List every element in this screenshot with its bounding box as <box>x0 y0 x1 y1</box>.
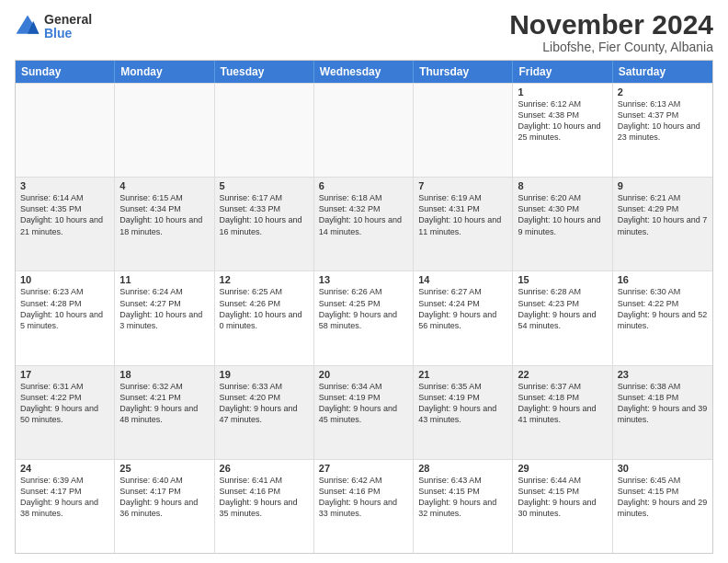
day-info: Sunrise: 6:41 AM Sunset: 4:16 PM Dayligh… <box>220 475 309 520</box>
day-info: Sunrise: 6:21 AM Sunset: 4:29 PM Dayligh… <box>618 192 708 237</box>
calendar-cell: 14Sunrise: 6:27 AM Sunset: 4:24 PM Dayli… <box>414 271 513 364</box>
day-info: Sunrise: 6:18 AM Sunset: 4:32 PM Dayligh… <box>319 192 408 237</box>
day-number: 24 <box>20 463 109 474</box>
calendar-cell: 9Sunrise: 6:21 AM Sunset: 4:29 PM Daylig… <box>613 178 712 270</box>
day-info: Sunrise: 6:38 AM Sunset: 4:18 PM Dayligh… <box>618 381 708 426</box>
day-number: 15 <box>518 274 607 285</box>
day-number: 27 <box>319 463 408 474</box>
calendar-cell: 11Sunrise: 6:24 AM Sunset: 4:27 PM Dayli… <box>115 271 214 364</box>
calendar-row-0: 1Sunrise: 6:12 AM Sunset: 4:38 PM Daylig… <box>16 83 712 177</box>
logo-blue: Blue <box>44 27 92 40</box>
calendar-cell: 10Sunrise: 6:23 AM Sunset: 4:28 PM Dayli… <box>16 271 115 364</box>
logo: General Blue <box>15 13 92 41</box>
day-info: Sunrise: 6:12 AM Sunset: 4:38 PM Dayligh… <box>518 98 607 144</box>
day-number: 20 <box>319 369 408 380</box>
day-number: 7 <box>418 180 507 191</box>
subtitle: Libofshe, Fier County, Albania <box>509 40 713 54</box>
day-info: Sunrise: 6:15 AM Sunset: 4:34 PM Dayligh… <box>119 192 209 237</box>
day-info: Sunrise: 6:35 AM Sunset: 4:19 PM Dayligh… <box>418 381 507 426</box>
calendar-row-3: 17Sunrise: 6:31 AM Sunset: 4:22 PM Dayli… <box>16 365 712 459</box>
calendar-cell <box>115 84 214 177</box>
calendar-cell: 19Sunrise: 6:33 AM Sunset: 4:20 PM Dayli… <box>215 366 314 459</box>
calendar-cell: 12Sunrise: 6:25 AM Sunset: 4:26 PM Dayli… <box>215 271 314 364</box>
calendar-cell: 5Sunrise: 6:17 AM Sunset: 4:33 PM Daylig… <box>215 178 314 270</box>
day-info: Sunrise: 6:14 AM Sunset: 4:35 PM Dayligh… <box>20 192 109 237</box>
day-number: 10 <box>20 274 109 285</box>
calendar-cell <box>414 84 513 177</box>
day-info: Sunrise: 6:25 AM Sunset: 4:26 PM Dayligh… <box>220 286 309 331</box>
calendar-cell: 20Sunrise: 6:34 AM Sunset: 4:19 PM Dayli… <box>314 366 414 459</box>
calendar-cell: 3Sunrise: 6:14 AM Sunset: 4:35 PM Daylig… <box>16 178 115 270</box>
calendar-cell: 1Sunrise: 6:12 AM Sunset: 4:38 PM Daylig… <box>513 84 612 177</box>
header-day-thursday: Thursday <box>414 61 513 83</box>
day-info: Sunrise: 6:39 AM Sunset: 4:17 PM Dayligh… <box>20 475 109 520</box>
day-info: Sunrise: 6:40 AM Sunset: 4:17 PM Dayligh… <box>119 475 209 520</box>
day-number: 12 <box>220 274 309 285</box>
calendar-row-4: 24Sunrise: 6:39 AM Sunset: 4:17 PM Dayli… <box>16 459 712 553</box>
day-info: Sunrise: 6:34 AM Sunset: 4:19 PM Dayligh… <box>319 381 408 426</box>
day-number: 4 <box>119 180 209 191</box>
calendar-cell <box>16 84 115 177</box>
calendar-cell: 24Sunrise: 6:39 AM Sunset: 4:17 PM Dayli… <box>16 460 115 553</box>
calendar-cell <box>314 84 414 177</box>
calendar-cell: 16Sunrise: 6:30 AM Sunset: 4:22 PM Dayli… <box>613 271 712 364</box>
calendar-cell: 17Sunrise: 6:31 AM Sunset: 4:22 PM Dayli… <box>16 366 115 459</box>
day-number: 5 <box>220 180 309 191</box>
day-info: Sunrise: 6:30 AM Sunset: 4:22 PM Dayligh… <box>618 286 708 331</box>
day-info: Sunrise: 6:42 AM Sunset: 4:16 PM Dayligh… <box>319 475 408 520</box>
day-number: 6 <box>319 180 408 191</box>
day-info: Sunrise: 6:20 AM Sunset: 4:30 PM Dayligh… <box>518 192 607 237</box>
day-info: Sunrise: 6:24 AM Sunset: 4:27 PM Dayligh… <box>119 286 209 331</box>
day-number: 9 <box>618 180 708 191</box>
calendar-cell <box>215 84 314 177</box>
day-number: 25 <box>119 463 209 474</box>
calendar-cell: 6Sunrise: 6:18 AM Sunset: 4:32 PM Daylig… <box>314 178 414 270</box>
calendar: SundayMondayTuesdayWednesdayThursdayFrid… <box>15 60 713 554</box>
calendar-cell: 7Sunrise: 6:19 AM Sunset: 4:31 PM Daylig… <box>414 178 513 270</box>
day-info: Sunrise: 6:26 AM Sunset: 4:25 PM Dayligh… <box>319 286 408 331</box>
day-number: 13 <box>319 274 408 285</box>
page: General Blue November 2024 Libofshe, Fie… <box>0 0 728 563</box>
day-info: Sunrise: 6:17 AM Sunset: 4:33 PM Dayligh… <box>220 192 309 237</box>
calendar-cell: 26Sunrise: 6:41 AM Sunset: 4:16 PM Dayli… <box>215 460 314 553</box>
calendar-cell: 18Sunrise: 6:32 AM Sunset: 4:21 PM Dayli… <box>115 366 214 459</box>
day-info: Sunrise: 6:45 AM Sunset: 4:15 PM Dayligh… <box>618 475 708 520</box>
header-day-wednesday: Wednesday <box>314 61 414 83</box>
day-number: 30 <box>618 463 708 474</box>
calendar-cell: 2Sunrise: 6:13 AM Sunset: 4:37 PM Daylig… <box>613 84 712 177</box>
logo-general: General <box>44 13 92 27</box>
calendar-body: 1Sunrise: 6:12 AM Sunset: 4:38 PM Daylig… <box>16 83 712 553</box>
day-number: 21 <box>418 369 507 380</box>
day-number: 11 <box>119 274 209 285</box>
day-number: 18 <box>119 369 209 380</box>
day-info: Sunrise: 6:44 AM Sunset: 4:15 PM Dayligh… <box>518 475 607 520</box>
day-info: Sunrise: 6:27 AM Sunset: 4:24 PM Dayligh… <box>418 286 507 331</box>
calendar-row-1: 3Sunrise: 6:14 AM Sunset: 4:35 PM Daylig… <box>16 177 712 270</box>
title-block: November 2024 Libofshe, Fier County, Alb… <box>509 9 713 54</box>
day-info: Sunrise: 6:28 AM Sunset: 4:23 PM Dayligh… <box>518 286 607 331</box>
calendar-cell: 23Sunrise: 6:38 AM Sunset: 4:18 PM Dayli… <box>613 366 712 459</box>
day-number: 26 <box>220 463 309 474</box>
day-number: 3 <box>20 180 109 191</box>
day-info: Sunrise: 6:37 AM Sunset: 4:18 PM Dayligh… <box>518 381 607 426</box>
day-number: 19 <box>220 369 309 380</box>
header-day-monday: Monday <box>115 61 214 83</box>
day-number: 22 <box>518 369 607 380</box>
day-info: Sunrise: 6:23 AM Sunset: 4:28 PM Dayligh… <box>20 286 109 331</box>
day-number: 28 <box>418 463 507 474</box>
day-number: 8 <box>518 180 607 191</box>
calendar-cell: 30Sunrise: 6:45 AM Sunset: 4:15 PM Dayli… <box>613 460 712 553</box>
calendar-cell: 13Sunrise: 6:26 AM Sunset: 4:25 PM Dayli… <box>314 271 414 364</box>
calendar-cell: 15Sunrise: 6:28 AM Sunset: 4:23 PM Dayli… <box>513 271 612 364</box>
main-title: November 2024 <box>509 9 713 40</box>
day-info: Sunrise: 6:43 AM Sunset: 4:15 PM Dayligh… <box>418 475 507 520</box>
calendar-cell: 22Sunrise: 6:37 AM Sunset: 4:18 PM Dayli… <box>513 366 612 459</box>
calendar-cell: 8Sunrise: 6:20 AM Sunset: 4:30 PM Daylig… <box>513 178 612 270</box>
calendar-cell: 4Sunrise: 6:15 AM Sunset: 4:34 PM Daylig… <box>115 178 214 270</box>
calendar-cell: 25Sunrise: 6:40 AM Sunset: 4:17 PM Dayli… <box>115 460 214 553</box>
day-info: Sunrise: 6:13 AM Sunset: 4:37 PM Dayligh… <box>618 98 708 144</box>
header-day-friday: Friday <box>513 61 612 83</box>
day-info: Sunrise: 6:33 AM Sunset: 4:20 PM Dayligh… <box>220 381 309 426</box>
calendar-header: SundayMondayTuesdayWednesdayThursdayFrid… <box>16 61 712 83</box>
day-info: Sunrise: 6:31 AM Sunset: 4:22 PM Dayligh… <box>20 381 109 426</box>
